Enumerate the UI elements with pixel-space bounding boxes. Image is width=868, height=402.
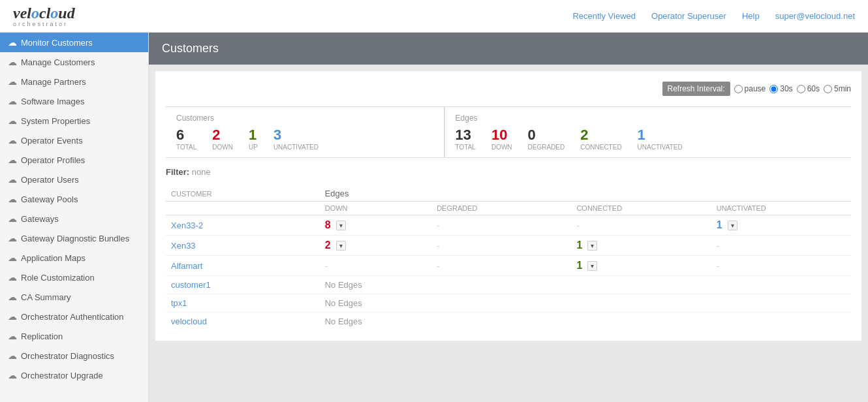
customers-down-stat: 2 DOWN [212, 128, 233, 151]
edges-summary-label: Edges [456, 114, 841, 123]
customer-name-cell: Xen33 [166, 236, 320, 256]
down-dropdown-btn[interactable]: ▾ [336, 221, 346, 230]
table-subheader-row: DOWN DEGRADED CONNECTED UNACTIVATED [166, 202, 851, 215]
refresh-pause-radio[interactable] [734, 85, 743, 93]
refresh-30s-label: 30s [780, 84, 792, 93]
unactivated-dash: - [717, 241, 719, 251]
col-unactivated: UNACTIVATED [711, 202, 851, 215]
sidebar: ☁Monitor Customers☁Manage Customers☁Mana… [0, 33, 149, 402]
col-connected: CONNECTED [571, 202, 711, 215]
sidebar-item-application-maps[interactable]: ☁Application Maps [0, 248, 148, 268]
sidebar-item-orchestrator-upgrade[interactable]: ☁Orchestrator Upgrade [0, 365, 148, 385]
customers-table: Customer Edges DOWN DEGRADED CONNECTED U… [166, 186, 851, 330]
col-customer-sub [166, 202, 320, 215]
degraded-cell: - [431, 215, 571, 236]
sidebar-label: Operator Users [21, 175, 79, 185]
sidebar-item-monitor-customers[interactable]: ☁Monitor Customers [0, 33, 148, 52]
customer-name-cell: Xen33-2 [166, 215, 320, 236]
sidebar-item-gateway-pools[interactable]: ☁Gateway Pools [0, 189, 148, 209]
customers-unactivated-label: UNACTIVATED [273, 144, 318, 151]
sidebar-label: Manage Partners [21, 77, 86, 87]
customers-total-stat: 6 TOTAL [176, 128, 196, 151]
connected-cell: 1▾ [571, 256, 711, 276]
sidebar-item-operator-users[interactable]: ☁Operator Users [0, 170, 148, 189]
connected-dropdown-btn[interactable]: ▾ [587, 261, 597, 271]
cloud-icon: ☁ [8, 174, 17, 185]
sidebar-item-operator-profiles[interactable]: ☁Operator Profiles [0, 150, 148, 170]
customers-down-num: 2 [212, 128, 220, 142]
refresh-60s-radio[interactable] [797, 85, 805, 93]
sidebar-item-orchestrator-diagnostics[interactable]: ☁Orchestrator Diagnostics [0, 346, 148, 365]
nav-recently-viewed[interactable]: Recently Viewed [572, 11, 636, 21]
edges-connected-stat: 2 CONNECTED [580, 128, 621, 151]
edges-summary-col: Edges 13 TOTAL 10 DOWN 0 DEGRADED [444, 107, 851, 157]
customers-up-num: 1 [249, 128, 256, 142]
down-cell: - [320, 256, 431, 276]
sidebar-item-gateways[interactable]: ☁Gateways [0, 209, 148, 228]
nav-operator-superuser[interactable]: Operator Superuser [651, 11, 726, 21]
customer-link[interactable]: customer1 [171, 280, 211, 290]
no-edges-label: No Edges [325, 280, 362, 290]
sidebar-label: System Properties [21, 116, 90, 126]
customers-down-label: DOWN [212, 144, 233, 151]
degraded-cell: - [431, 236, 571, 256]
customers-total-label: TOTAL [176, 144, 196, 151]
customers-unactivated-stat: 3 UNACTIVATED [273, 128, 318, 151]
cloud-icon: ☁ [8, 292, 17, 302]
customers-unactivated-num: 3 [273, 128, 281, 142]
sidebar-item-gateway-diagnostic-bundles[interactable]: ☁Gateway Diagnostic Bundles [0, 228, 148, 248]
sidebar-label: Gateway Pools [21, 194, 78, 204]
no-edges-cell: No Edges [320, 313, 851, 331]
refresh-30s-radio[interactable] [769, 85, 778, 93]
sidebar-item-operator-events[interactable]: ☁Operator Events [0, 131, 148, 150]
sidebar-label: Monitor Customers [21, 38, 93, 48]
page-title: Customers [162, 42, 219, 55]
col-edges-group: Edges [320, 186, 851, 202]
sidebar-label: Gateway Diagnostic Bundles [21, 234, 129, 243]
down-num: 2 [325, 240, 331, 251]
nav-help[interactable]: Help [742, 11, 760, 21]
table-row: Xen33-2 8▾ - - 1▾ [166, 215, 851, 236]
refresh-label: Refresh Interval: [662, 82, 730, 96]
summary-section: Customers 6 TOTAL 2 DOWN 1 UP [166, 106, 851, 158]
table-body: Xen33-2 8▾ - - 1▾ Xen33 2▾ - 1▾ - Alfama… [166, 215, 851, 331]
edges-down-label: DOWN [491, 144, 512, 151]
nav-user-email[interactable]: super@velocloud.net [775, 11, 855, 21]
logo-wrap: velocloud orchestrator [13, 5, 75, 27]
refresh-5min-radio[interactable] [824, 85, 832, 93]
refresh-pause-option[interactable]: pause [734, 84, 766, 93]
refresh-60s-option[interactable]: 60s [797, 84, 820, 93]
customer-link[interactable]: Xen33-2 [171, 221, 203, 230]
refresh-30s-option[interactable]: 30s [769, 84, 792, 93]
customer-link[interactable]: tpx1 [171, 298, 187, 308]
cloud-icon: ☁ [8, 76, 17, 87]
header-nav: Recently Viewed Operator Superuser Help … [572, 11, 855, 21]
customers-summary-label: Customers [176, 114, 433, 123]
sidebar-item-software-images[interactable]: ☁Software Images [0, 91, 148, 111]
customer-link[interactable]: velocloud [171, 317, 207, 326]
sidebar-item-manage-customers[interactable]: ☁Manage Customers [0, 52, 148, 72]
sidebar-item-role-customization[interactable]: ☁Role Customization [0, 268, 148, 287]
sidebar-item-ca-summary[interactable]: ☁CA Summary [0, 287, 148, 307]
unactivated-dash: - [717, 261, 719, 271]
connected-dropdown-btn[interactable]: ▾ [587, 241, 597, 251]
cloud-icon: ☁ [8, 311, 17, 322]
sidebar-item-manage-partners[interactable]: ☁Manage Partners [0, 72, 148, 91]
sidebar-item-replication[interactable]: ☁Replication [0, 326, 148, 346]
customer-name-cell: Alfamart [166, 256, 320, 276]
sidebar-item-system-properties[interactable]: ☁System Properties [0, 111, 148, 131]
unactivated-num: 1 [717, 219, 722, 231]
page-title-bar: Customers [149, 33, 868, 65]
customer-link[interactable]: Xen33 [171, 241, 196, 251]
cloud-icon: ☁ [8, 194, 17, 204]
customer-link[interactable]: Alfamart [171, 261, 202, 271]
unactivated-dropdown-btn[interactable]: ▾ [728, 221, 737, 230]
table-row: customer1 No Edges [166, 276, 851, 294]
refresh-5min-option[interactable]: 5min [824, 84, 851, 93]
table-row: Xen33 2▾ - 1▾ - [166, 236, 851, 256]
table-row: Alfamart - - 1▾ - [166, 256, 851, 276]
down-dropdown-btn[interactable]: ▾ [336, 241, 346, 251]
customers-up-label: UP [249, 144, 258, 151]
edges-stats: 13 TOTAL 10 DOWN 0 DEGRADED 2 [456, 128, 841, 151]
sidebar-item-orchestrator-authentication[interactable]: ☁Orchestrator Authentication [0, 307, 148, 326]
